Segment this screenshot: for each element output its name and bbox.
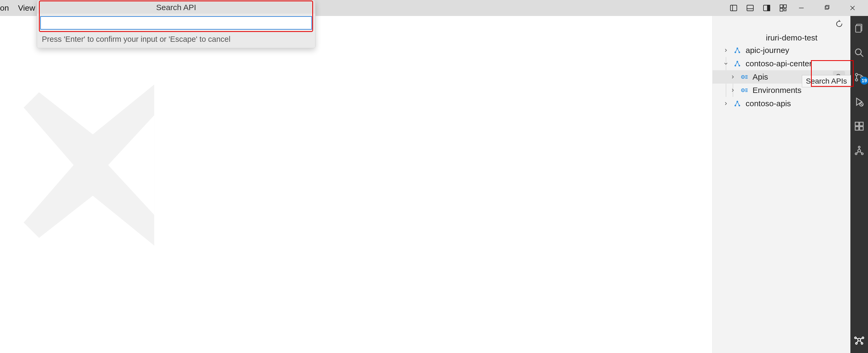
tree-item-contoso-api-center[interactable]: contoso-api-center <box>713 57 850 70</box>
layout-controls <box>729 3 788 13</box>
quick-input-field[interactable] <box>40 16 312 30</box>
svg-rect-7 <box>783 5 786 8</box>
svg-rect-6 <box>780 5 783 8</box>
activity-azure[interactable] <box>853 145 865 156</box>
svg-rect-2 <box>747 5 753 11</box>
close-button[interactable] <box>848 3 857 13</box>
activity-explorer[interactable] <box>853 22 865 34</box>
svg-line-40 <box>736 102 738 106</box>
main-area: iruri-demo-test apic-journey <box>0 16 850 353</box>
svg-line-61 <box>857 151 859 153</box>
tree-item-label: Environments <box>752 86 801 95</box>
svg-line-69 <box>860 338 862 339</box>
svg-point-33 <box>742 90 743 91</box>
editor-area <box>0 16 712 353</box>
gear-list-icon <box>740 86 749 95</box>
svg-point-59 <box>859 146 860 148</box>
tree-item-label: contoso-api-center <box>746 59 812 68</box>
menu-item-fragment-1[interactable]: on <box>0 3 9 12</box>
svg-point-64 <box>855 337 856 339</box>
gear-list-icon <box>740 72 749 81</box>
svg-point-67 <box>861 343 863 344</box>
svg-point-57 <box>855 153 857 155</box>
svg-point-65 <box>862 337 864 339</box>
maximize-button[interactable] <box>822 3 832 13</box>
svg-point-46 <box>856 73 858 76</box>
chevron-right-icon <box>723 100 729 107</box>
svg-line-71 <box>860 341 862 343</box>
svg-point-47 <box>856 79 858 81</box>
svg-line-62 <box>860 151 862 153</box>
svg-line-18 <box>736 48 738 52</box>
svg-line-23 <box>736 62 738 66</box>
svg-rect-11 <box>825 6 828 9</box>
svg-line-68 <box>856 338 858 339</box>
side-panel-header <box>713 16 850 32</box>
svg-line-19 <box>737 48 740 52</box>
svg-rect-55 <box>860 122 863 126</box>
svg-line-41 <box>737 102 740 106</box>
toggle-secondary-sidebar-icon[interactable] <box>762 3 772 13</box>
svg-line-51 <box>860 103 863 106</box>
svg-rect-8 <box>780 8 783 11</box>
svg-rect-52 <box>855 122 859 126</box>
minimize-button[interactable] <box>797 3 806 13</box>
tree-item-contoso-apis[interactable]: contoso-apis <box>713 97 850 110</box>
svg-line-45 <box>861 54 863 57</box>
customize-layout-icon[interactable] <box>778 3 788 13</box>
tree-item-label: apic-journey <box>746 46 789 55</box>
toggle-primary-sidebar-icon[interactable] <box>729 3 738 13</box>
svg-point-66 <box>856 343 857 344</box>
chevron-right-icon <box>730 74 736 80</box>
tooltip-search-apis: Search APIs <box>802 75 851 87</box>
vscode-logo-watermark <box>16 69 208 261</box>
activity-source-control[interactable]: 19 <box>853 71 865 83</box>
chevron-right-icon <box>730 87 736 94</box>
svg-rect-43 <box>856 26 861 32</box>
chevron-down-icon <box>723 61 729 67</box>
activity-search[interactable] <box>853 47 865 59</box>
svg-point-58 <box>861 153 863 155</box>
chevron-right-icon <box>723 47 729 54</box>
svg-point-44 <box>856 49 861 55</box>
quick-input-hint: Press 'Enter' to confirm your input or '… <box>37 32 315 48</box>
svg-rect-0 <box>731 5 737 11</box>
tree-item-apic-journey[interactable]: apic-journey <box>713 44 850 57</box>
activity-run-debug[interactable] <box>853 96 865 108</box>
graph-icon <box>733 59 742 68</box>
graph-icon <box>733 99 742 108</box>
activity-api-center[interactable] <box>853 334 865 346</box>
tree-item-label: contoso-apis <box>746 99 791 108</box>
svg-line-24 <box>737 62 740 66</box>
source-control-badge: 19 <box>860 77 868 85</box>
svg-point-26 <box>742 76 743 77</box>
menu-item-view[interactable]: View <box>18 3 35 12</box>
svg-rect-12 <box>826 5 829 8</box>
svg-rect-5 <box>768 5 770 11</box>
window-controls <box>797 3 857 13</box>
svg-rect-53 <box>855 127 859 130</box>
side-panel: iruri-demo-test apic-journey <box>712 16 850 353</box>
svg-rect-54 <box>860 127 863 130</box>
svg-line-70 <box>857 341 858 343</box>
graph-icon <box>733 46 742 55</box>
activity-extensions[interactable] <box>853 120 865 132</box>
side-panel-title-fragment: iruri-demo-test <box>713 32 850 44</box>
refresh-icon[interactable] <box>834 19 844 29</box>
quick-input-widget: Search API Press 'Enter' to confirm your… <box>37 0 315 48</box>
svg-rect-9 <box>784 9 786 11</box>
toggle-panel-icon[interactable] <box>745 3 755 13</box>
activity-bar: 19 <box>850 16 868 353</box>
tree-item-label: Apis <box>752 72 768 81</box>
quick-input-title: Search API <box>37 0 315 13</box>
